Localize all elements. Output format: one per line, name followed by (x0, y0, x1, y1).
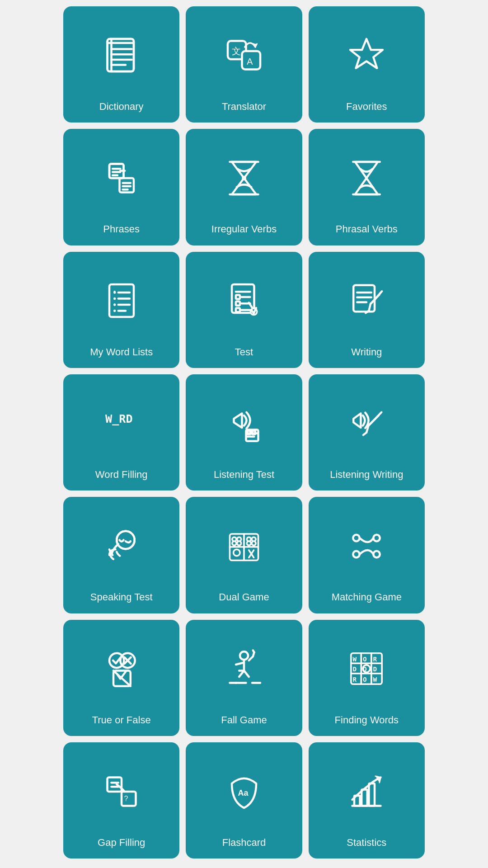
svg-text:R: R (353, 676, 357, 683)
irregular-verbs-icon (190, 137, 297, 219)
card-fall-game[interactable]: Fall Game (186, 620, 302, 736)
card-statistics[interactable]: Statistics (309, 742, 425, 859)
svg-text:Aa: Aa (238, 788, 249, 797)
phrases-icon (68, 137, 175, 219)
card-dual-game[interactable]: Dual Game (186, 497, 302, 613)
writing-icon (313, 260, 420, 342)
card-listening-test[interactable]: Listening Test (186, 374, 302, 491)
flashcard-icon: Aa (190, 750, 297, 832)
svg-line-69 (363, 432, 366, 434)
my-word-lists-icon (68, 260, 175, 342)
svg-text:D: D (373, 665, 377, 673)
dictionary-label: Dictionary (99, 101, 144, 113)
svg-rect-43 (236, 302, 240, 306)
matching-game-label: Matching Game (332, 591, 402, 603)
irregular-verbs-label: Irregular Verbs (211, 223, 277, 235)
card-irregular-verbs[interactable]: Irregular Verbs (186, 129, 302, 245)
svg-point-81 (247, 541, 251, 545)
svg-rect-133 (362, 789, 368, 806)
true-or-false-icon (68, 628, 175, 710)
writing-label: Writing (351, 346, 382, 358)
card-flashcard[interactable]: Aa Flashcard (186, 742, 302, 859)
flashcard-label: Flashcard (222, 837, 266, 849)
finding-words-label: Finding Words (335, 714, 399, 726)
svg-text:?: ? (124, 794, 128, 802)
card-phrases[interactable]: Phrases (63, 129, 179, 245)
card-writing[interactable]: Writing (309, 252, 425, 368)
listening-test-label: Listening Test (214, 469, 274, 481)
svg-rect-29 (109, 284, 134, 317)
card-finding-words[interactable]: W O R D O D R O W Finding Words (309, 620, 425, 736)
dual-game-icon (190, 505, 297, 587)
phrasal-verbs-icon (313, 137, 420, 219)
favorites-label: Favorites (346, 101, 387, 113)
card-translator[interactable]: 文 A Translator (186, 6, 302, 123)
card-listening-writing[interactable]: Listening Writing (309, 374, 425, 491)
word-filling-icon: W_RD (68, 382, 175, 464)
svg-point-35 (113, 303, 116, 306)
svg-point-78 (237, 541, 241, 545)
svg-point-26 (243, 177, 245, 179)
svg-line-98 (236, 663, 244, 665)
card-gap-filling[interactable]: ? Gap Filling (63, 742, 179, 859)
svg-line-95 (113, 671, 131, 686)
svg-point-96 (240, 651, 248, 660)
test-icon (190, 260, 297, 342)
svg-text:O: O (363, 676, 367, 683)
card-speaking-test[interactable]: Speaking Test (63, 497, 179, 613)
listening-writing-icon (313, 382, 420, 464)
svg-point-37 (113, 310, 116, 312)
svg-text:D: D (353, 665, 357, 673)
svg-line-107 (253, 651, 254, 653)
card-dictionary[interactable]: Dictionary (63, 6, 179, 123)
finding-words-icon: W O R D O D R O W (313, 628, 420, 710)
svg-text:W_RD: W_RD (105, 412, 133, 425)
phrasal-verbs-label: Phrasal Verbs (336, 223, 398, 235)
card-true-or-false[interactable]: True or False (63, 620, 179, 736)
dictionary-icon (68, 14, 175, 96)
main-grid: Dictionary 文 A Translator Favorites (57, 0, 431, 865)
speaking-test-icon (68, 505, 175, 587)
svg-text:R: R (373, 656, 377, 663)
card-my-word-lists[interactable]: My Word Lists (63, 252, 179, 368)
my-word-lists-label: My Word Lists (90, 346, 153, 358)
svg-point-82 (252, 541, 256, 545)
svg-rect-134 (369, 783, 375, 806)
matching-game-icon (313, 505, 420, 587)
svg-text:文: 文 (232, 47, 241, 57)
svg-point-31 (113, 291, 116, 293)
card-word-filling[interactable]: W_RD Word Filling (63, 374, 179, 491)
listening-test-icon (190, 382, 297, 464)
phrases-label: Phrases (103, 223, 140, 235)
true-or-false-label: True or False (92, 714, 151, 726)
svg-point-83 (234, 549, 240, 556)
statistics-icon (313, 750, 420, 832)
translator-label: Translator (222, 101, 266, 113)
test-label: Test (235, 346, 253, 358)
gap-filling-icon: ? (68, 750, 175, 832)
svg-point-33 (113, 297, 116, 300)
svg-marker-12 (350, 39, 383, 68)
fall-game-label: Fall Game (221, 714, 267, 726)
listening-writing-label: Listening Writing (330, 469, 403, 481)
svg-line-100 (244, 671, 249, 677)
translator-icon: 文 A (190, 14, 297, 96)
svg-rect-41 (236, 295, 240, 299)
svg-text:O: O (363, 656, 367, 663)
svg-rect-45 (236, 308, 240, 312)
card-test[interactable]: Test (186, 252, 302, 368)
gap-filling-label: Gap Filling (98, 837, 145, 849)
svg-text:O: O (363, 665, 367, 673)
card-favorites[interactable]: Favorites (309, 6, 425, 123)
svg-marker-66 (354, 413, 361, 428)
speaking-test-label: Speaking Test (90, 591, 153, 603)
dual-game-label: Dual Game (219, 591, 269, 603)
svg-point-77 (232, 541, 236, 545)
card-matching-game[interactable]: Matching Game (309, 497, 425, 613)
svg-rect-123 (107, 777, 122, 792)
word-filling-label: Word Filling (95, 469, 148, 481)
svg-text:A: A (247, 57, 253, 66)
svg-marker-60 (234, 413, 242, 428)
favorites-icon (313, 14, 420, 96)
card-phrasal-verbs[interactable]: Phrasal Verbs (309, 129, 425, 245)
